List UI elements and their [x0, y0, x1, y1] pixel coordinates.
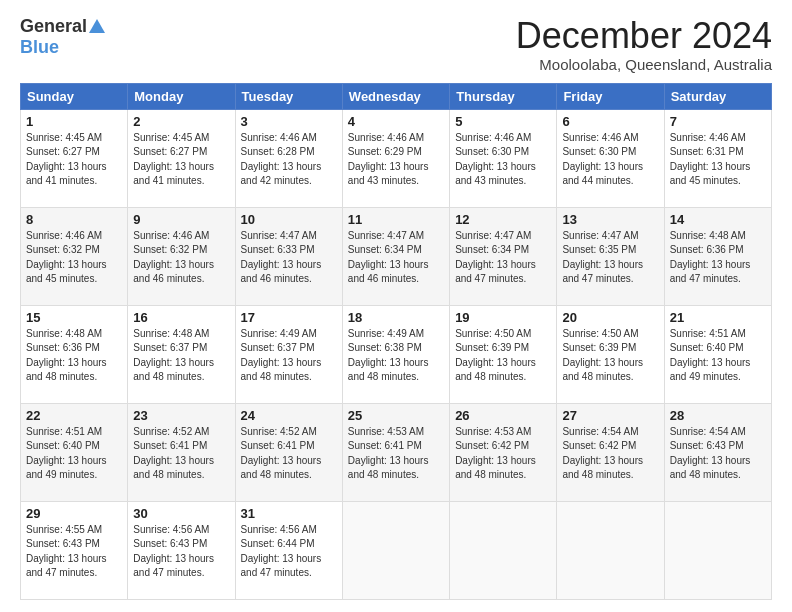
day-info: Sunrise: 4:50 AM Sunset: 6:39 PM Dayligh…	[455, 327, 551, 385]
day-cell: 13Sunrise: 4:47 AM Sunset: 6:35 PM Dayli…	[557, 207, 664, 305]
day-cell: 18Sunrise: 4:49 AM Sunset: 6:38 PM Dayli…	[342, 305, 449, 403]
day-number: 16	[133, 310, 229, 325]
day-info: Sunrise: 4:46 AM Sunset: 6:29 PM Dayligh…	[348, 131, 444, 189]
day-cell: 21Sunrise: 4:51 AM Sunset: 6:40 PM Dayli…	[664, 305, 771, 403]
day-number: 3	[241, 114, 337, 129]
day-cell	[557, 501, 664, 599]
day-number: 30	[133, 506, 229, 521]
day-cell: 6Sunrise: 4:46 AM Sunset: 6:30 PM Daylig…	[557, 109, 664, 207]
day-number: 21	[670, 310, 766, 325]
day-cell: 9Sunrise: 4:46 AM Sunset: 6:32 PM Daylig…	[128, 207, 235, 305]
page: General Blue December 2024 Mooloolaba, Q…	[0, 0, 792, 612]
day-cell: 22Sunrise: 4:51 AM Sunset: 6:40 PM Dayli…	[21, 403, 128, 501]
day-cell: 8Sunrise: 4:46 AM Sunset: 6:32 PM Daylig…	[21, 207, 128, 305]
header: General Blue December 2024 Mooloolaba, Q…	[20, 16, 772, 73]
col-header-wednesday: Wednesday	[342, 83, 449, 109]
day-cell: 23Sunrise: 4:52 AM Sunset: 6:41 PM Dayli…	[128, 403, 235, 501]
logo-blue-text: Blue	[20, 37, 59, 58]
day-number: 12	[455, 212, 551, 227]
calendar-table: SundayMondayTuesdayWednesdayThursdayFrid…	[20, 83, 772, 600]
day-number: 9	[133, 212, 229, 227]
day-cell: 24Sunrise: 4:52 AM Sunset: 6:41 PM Dayli…	[235, 403, 342, 501]
day-number: 13	[562, 212, 658, 227]
day-cell: 16Sunrise: 4:48 AM Sunset: 6:37 PM Dayli…	[128, 305, 235, 403]
day-number: 6	[562, 114, 658, 129]
col-header-thursday: Thursday	[450, 83, 557, 109]
day-cell: 11Sunrise: 4:47 AM Sunset: 6:34 PM Dayli…	[342, 207, 449, 305]
header-row: SundayMondayTuesdayWednesdayThursdayFrid…	[21, 83, 772, 109]
day-info: Sunrise: 4:53 AM Sunset: 6:41 PM Dayligh…	[348, 425, 444, 483]
day-cell: 3Sunrise: 4:46 AM Sunset: 6:28 PM Daylig…	[235, 109, 342, 207]
day-cell: 1Sunrise: 4:45 AM Sunset: 6:27 PM Daylig…	[21, 109, 128, 207]
day-number: 2	[133, 114, 229, 129]
day-cell: 4Sunrise: 4:46 AM Sunset: 6:29 PM Daylig…	[342, 109, 449, 207]
week-row-5: 29Sunrise: 4:55 AM Sunset: 6:43 PM Dayli…	[21, 501, 772, 599]
day-number: 22	[26, 408, 122, 423]
day-info: Sunrise: 4:47 AM Sunset: 6:34 PM Dayligh…	[348, 229, 444, 287]
day-number: 28	[670, 408, 766, 423]
title-block: December 2024 Mooloolaba, Queensland, Au…	[516, 16, 772, 73]
day-cell: 17Sunrise: 4:49 AM Sunset: 6:37 PM Dayli…	[235, 305, 342, 403]
day-info: Sunrise: 4:56 AM Sunset: 6:44 PM Dayligh…	[241, 523, 337, 581]
day-info: Sunrise: 4:47 AM Sunset: 6:35 PM Dayligh…	[562, 229, 658, 287]
day-info: Sunrise: 4:55 AM Sunset: 6:43 PM Dayligh…	[26, 523, 122, 581]
day-info: Sunrise: 4:54 AM Sunset: 6:42 PM Dayligh…	[562, 425, 658, 483]
day-info: Sunrise: 4:50 AM Sunset: 6:39 PM Dayligh…	[562, 327, 658, 385]
day-info: Sunrise: 4:46 AM Sunset: 6:31 PM Dayligh…	[670, 131, 766, 189]
day-cell: 31Sunrise: 4:56 AM Sunset: 6:44 PM Dayli…	[235, 501, 342, 599]
day-number: 1	[26, 114, 122, 129]
day-info: Sunrise: 4:46 AM Sunset: 6:30 PM Dayligh…	[455, 131, 551, 189]
day-info: Sunrise: 4:51 AM Sunset: 6:40 PM Dayligh…	[26, 425, 122, 483]
day-cell: 19Sunrise: 4:50 AM Sunset: 6:39 PM Dayli…	[450, 305, 557, 403]
col-header-sunday: Sunday	[21, 83, 128, 109]
day-number: 17	[241, 310, 337, 325]
day-cell: 29Sunrise: 4:55 AM Sunset: 6:43 PM Dayli…	[21, 501, 128, 599]
day-info: Sunrise: 4:51 AM Sunset: 6:40 PM Dayligh…	[670, 327, 766, 385]
day-info: Sunrise: 4:48 AM Sunset: 6:36 PM Dayligh…	[670, 229, 766, 287]
day-number: 26	[455, 408, 551, 423]
day-number: 11	[348, 212, 444, 227]
week-row-2: 8Sunrise: 4:46 AM Sunset: 6:32 PM Daylig…	[21, 207, 772, 305]
col-header-saturday: Saturday	[664, 83, 771, 109]
day-number: 7	[670, 114, 766, 129]
day-info: Sunrise: 4:46 AM Sunset: 6:32 PM Dayligh…	[26, 229, 122, 287]
day-cell	[664, 501, 771, 599]
col-header-monday: Monday	[128, 83, 235, 109]
day-number: 14	[670, 212, 766, 227]
day-info: Sunrise: 4:49 AM Sunset: 6:37 PM Dayligh…	[241, 327, 337, 385]
day-cell: 10Sunrise: 4:47 AM Sunset: 6:33 PM Dayli…	[235, 207, 342, 305]
day-info: Sunrise: 4:46 AM Sunset: 6:30 PM Dayligh…	[562, 131, 658, 189]
day-number: 24	[241, 408, 337, 423]
day-cell	[342, 501, 449, 599]
day-cell: 28Sunrise: 4:54 AM Sunset: 6:43 PM Dayli…	[664, 403, 771, 501]
day-info: Sunrise: 4:46 AM Sunset: 6:32 PM Dayligh…	[133, 229, 229, 287]
day-info: Sunrise: 4:46 AM Sunset: 6:28 PM Dayligh…	[241, 131, 337, 189]
day-number: 19	[455, 310, 551, 325]
day-number: 23	[133, 408, 229, 423]
day-cell: 7Sunrise: 4:46 AM Sunset: 6:31 PM Daylig…	[664, 109, 771, 207]
location: Mooloolaba, Queensland, Australia	[516, 56, 772, 73]
day-info: Sunrise: 4:56 AM Sunset: 6:43 PM Dayligh…	[133, 523, 229, 581]
day-number: 10	[241, 212, 337, 227]
day-cell: 14Sunrise: 4:48 AM Sunset: 6:36 PM Dayli…	[664, 207, 771, 305]
week-row-3: 15Sunrise: 4:48 AM Sunset: 6:36 PM Dayli…	[21, 305, 772, 403]
day-cell: 5Sunrise: 4:46 AM Sunset: 6:30 PM Daylig…	[450, 109, 557, 207]
day-info: Sunrise: 4:52 AM Sunset: 6:41 PM Dayligh…	[241, 425, 337, 483]
day-info: Sunrise: 4:49 AM Sunset: 6:38 PM Dayligh…	[348, 327, 444, 385]
day-cell: 27Sunrise: 4:54 AM Sunset: 6:42 PM Dayli…	[557, 403, 664, 501]
day-cell	[450, 501, 557, 599]
day-info: Sunrise: 4:45 AM Sunset: 6:27 PM Dayligh…	[26, 131, 122, 189]
col-header-tuesday: Tuesday	[235, 83, 342, 109]
logo-general-text: General	[20, 16, 87, 37]
day-info: Sunrise: 4:47 AM Sunset: 6:33 PM Dayligh…	[241, 229, 337, 287]
month-title: December 2024	[516, 16, 772, 56]
day-number: 25	[348, 408, 444, 423]
day-number: 5	[455, 114, 551, 129]
day-cell: 26Sunrise: 4:53 AM Sunset: 6:42 PM Dayli…	[450, 403, 557, 501]
day-cell: 30Sunrise: 4:56 AM Sunset: 6:43 PM Dayli…	[128, 501, 235, 599]
day-cell: 15Sunrise: 4:48 AM Sunset: 6:36 PM Dayli…	[21, 305, 128, 403]
day-info: Sunrise: 4:48 AM Sunset: 6:36 PM Dayligh…	[26, 327, 122, 385]
week-row-4: 22Sunrise: 4:51 AM Sunset: 6:40 PM Dayli…	[21, 403, 772, 501]
day-info: Sunrise: 4:47 AM Sunset: 6:34 PM Dayligh…	[455, 229, 551, 287]
day-info: Sunrise: 4:45 AM Sunset: 6:27 PM Dayligh…	[133, 131, 229, 189]
